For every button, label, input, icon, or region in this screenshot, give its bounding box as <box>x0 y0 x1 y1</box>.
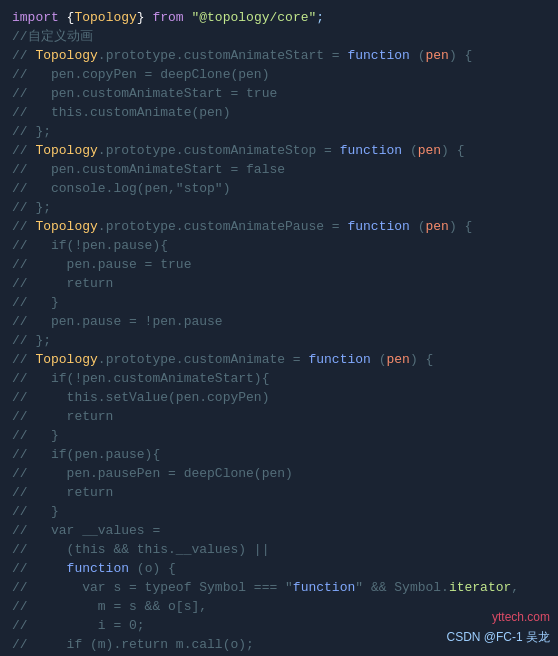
csdn-tag: CSDN @FC-1 吴龙 <box>446 629 550 646</box>
code-line-1: import {Topology} from "@topology/core"; <box>0 8 558 27</box>
code-editor: import {Topology} from "@topology/core";… <box>0 0 558 656</box>
code-line-9: // pen.customAnimateStart = false <box>0 160 558 179</box>
code-line-32: // m = s && o[s], <box>0 597 558 616</box>
code-line-19: // Topology.prototype.customAnimate = fu… <box>0 350 558 369</box>
code-line-10: // console.log(pen,"stop") <box>0 179 558 198</box>
code-line-14: // pen.pause = true <box>0 255 558 274</box>
code-line-28: // var __values = <box>0 521 558 540</box>
code-line-20: // if(!pen.customAnimateStart){ <box>0 369 558 388</box>
code-line-18: // }; <box>0 331 558 350</box>
code-line-31: // var s = typeof Symbol === "function" … <box>0 578 558 597</box>
code-line-16: // } <box>0 293 558 312</box>
code-line-2: //自定义动画 <box>0 27 558 46</box>
code-line-24: // if(pen.pause){ <box>0 445 558 464</box>
code-line-17: // pen.pause = !pen.pause <box>0 312 558 331</box>
code-line-27: // } <box>0 502 558 521</box>
code-line-11: // }; <box>0 198 558 217</box>
code-line-3: // Topology.prototype.customAnimateStart… <box>0 46 558 65</box>
code-line-15: // return <box>0 274 558 293</box>
code-line-25: // pen.pausePen = deepClone(pen) <box>0 464 558 483</box>
code-line-6: // this.customAnimate(pen) <box>0 103 558 122</box>
code-line-23: // } <box>0 426 558 445</box>
code-line-7: // }; <box>0 122 558 141</box>
code-line-8: // Topology.prototype.customAnimateStop … <box>0 141 558 160</box>
watermark: yttech.com <box>492 610 550 624</box>
code-line-4: // pen.copyPen = deepClone(pen) <box>0 65 558 84</box>
code-line-13: // if(!pen.pause){ <box>0 236 558 255</box>
code-line-22: // return <box>0 407 558 426</box>
code-line-5: // pen.customAnimateStart = true <box>0 84 558 103</box>
code-line-12: // Topology.prototype.customAnimatePause… <box>0 217 558 236</box>
code-line-29: // (this && this.__values) || <box>0 540 558 559</box>
code-line-21: // this.setValue(pen.copyPen) <box>0 388 558 407</box>
code-line-30: // function (o) { <box>0 559 558 578</box>
code-line-26: // return <box>0 483 558 502</box>
